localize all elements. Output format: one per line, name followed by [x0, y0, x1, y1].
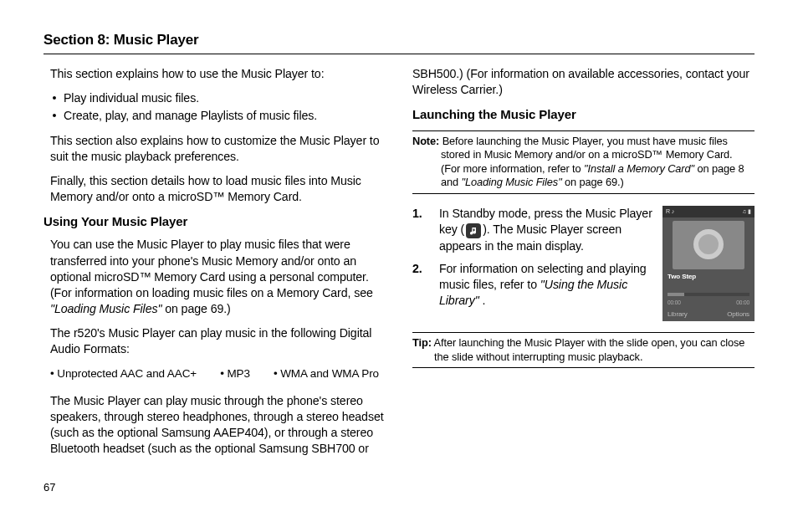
screenshot-statusbar: R ♪♫ ▮: [662, 206, 755, 217]
step-number: 2.: [412, 261, 427, 309]
bullet-text: Create, play, and manage Playlists of mu…: [64, 108, 317, 124]
bullet-dot-icon: •: [50, 108, 59, 124]
bullet-item: • Create, play, and manage Playlists of …: [50, 108, 386, 124]
manual-page: Section 8: Music Player This section exp…: [0, 0, 798, 510]
screenshot-progress-bar: [668, 293, 749, 296]
step-item: 1. In Standby mode, press the Music Play…: [412, 206, 654, 254]
left-column: This section explains how to use the Mus…: [43, 66, 386, 466]
ipod-wheel-icon: [693, 229, 724, 259]
paragraph: The r520's Music Player can play music i…: [50, 325, 386, 357]
step-text: For information on selecting and playing…: [439, 261, 654, 309]
softkey-left: Library: [668, 310, 688, 320]
tip-text: After launching the Music Player with th…: [432, 336, 744, 363]
tip-callout: Tip: After launching the Music Player wi…: [412, 332, 755, 368]
paragraph: This section also explains how to custom…: [50, 133, 386, 165]
subheading-launching: Launching the Music Player: [412, 106, 755, 123]
screenshot-artist: [662, 282, 755, 289]
format-item: MP3: [220, 366, 250, 381]
note-text: on page 69.): [562, 176, 624, 188]
two-column-layout: This section explains how to use the Mus…: [43, 66, 755, 466]
softkey-right: Options: [727, 310, 749, 320]
intro-text: This section explains how to use the Mus…: [50, 66, 386, 82]
paragraph: Finally, this section details how to loa…: [50, 173, 386, 205]
screenshot-softkeys: Library Options: [662, 310, 755, 320]
right-column: SBH500.) (For information on available a…: [412, 66, 755, 466]
ordered-steps: 1. In Standby mode, press the Music Play…: [412, 206, 654, 315]
audio-formats-list: Unprotected AAC and AAC+ MP3 WMA and WMA…: [50, 366, 386, 381]
step-text: In Standby mode, press the Music Player …: [439, 206, 654, 254]
paragraph-continuation: SBH500.) (For information on available a…: [412, 66, 755, 98]
step-item: 2. For information on selecting and play…: [412, 261, 654, 309]
note-label: Note:: [412, 135, 439, 147]
text-run: You can use the Music Player to play mus…: [50, 238, 373, 299]
section-title: Section 8: Music Player: [43, 32, 755, 54]
cross-reference: "Install a Memory Card": [584, 162, 694, 175]
note-callout: Note: Before launching the Music Player,…: [412, 130, 755, 195]
page-number: 67: [43, 481, 755, 494]
steps-with-screenshot: 1. In Standby mode, press the Music Play…: [412, 206, 755, 327]
music-player-screenshot: R ♪♫ ▮ Two Step 00:0000:00 Library Optio…: [662, 206, 755, 321]
screenshot-time: 00:0000:00: [662, 299, 755, 307]
screenshot-track-title: Two Step: [662, 273, 755, 282]
paragraph: You can use the Music Player to play mus…: [50, 237, 386, 317]
text-run: on page 69.): [161, 302, 230, 315]
bullet-text: Play individual music files.: [64, 90, 199, 106]
format-item: Unprotected AAC and AAC+: [50, 366, 197, 381]
intro-bullets: • Play individual music files. • Create,…: [50, 90, 386, 124]
cross-reference: "Loading Music Files": [50, 302, 161, 315]
bullet-item: • Play individual music files.: [50, 90, 386, 106]
format-item: WMA and WMA Pro: [274, 366, 379, 381]
subheading-using: Using Your Music Player: [43, 213, 386, 230]
cross-reference: "Loading Music Files": [462, 176, 562, 188]
music-key-icon: [466, 223, 481, 238]
tip-label: Tip:: [412, 336, 432, 349]
screenshot-album-art: [673, 221, 744, 269]
text-run: .: [479, 294, 486, 307]
paragraph: The Music Player can play music through …: [50, 393, 386, 458]
step-number: 1.: [412, 206, 427, 254]
bullet-dot-icon: •: [50, 90, 59, 106]
